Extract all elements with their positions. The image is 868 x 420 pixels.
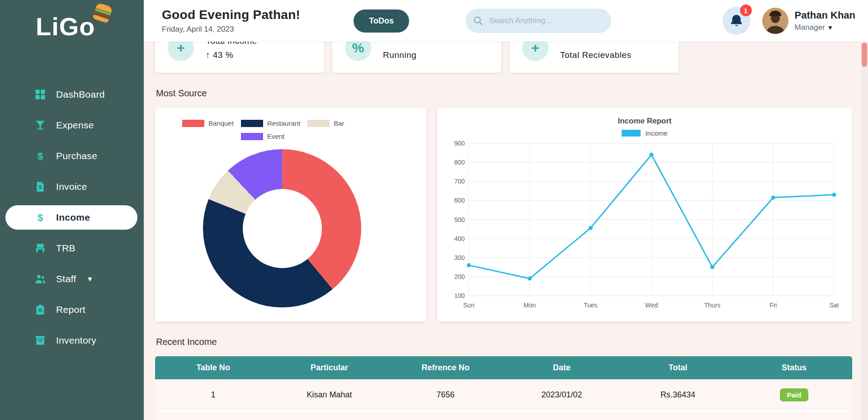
greeting-block: Good Evening Pathan! Friday, April 14, 2… — [162, 8, 300, 34]
sidebar: LiGo DashBoardExpense$Purchase$Invoice$I… — [0, 0, 144, 420]
svg-text:Wed: Wed — [645, 302, 658, 309]
search-icon — [473, 15, 484, 26]
svg-text:Mon: Mon — [524, 302, 536, 309]
income-table-body: 1Kisan Mahat76562023/01/02Rs.36434Paid1K… — [155, 379, 852, 420]
most-source-chart-card: BanquetRestaurantBarEvent — [155, 108, 426, 321]
sidebar-item-label: TRB — [56, 243, 75, 254]
stat-value: ↑ 43 % — [206, 50, 257, 60]
income-report-title: Income Report — [448, 117, 841, 126]
table-column-header: Particular — [271, 356, 387, 379]
burger-logo-icon — [92, 2, 113, 23]
income-icon: $ — [34, 212, 46, 223]
sidebar-item-label: DashBoard — [56, 89, 105, 100]
chevron-down-icon: ▾ — [88, 274, 92, 284]
income-legend-label: Income — [645, 129, 667, 137]
table-column-header: Table No — [155, 356, 271, 379]
table-row: 1Kisan Mahat76562023/01/02Rs.36434Paid — [155, 379, 852, 411]
sidebar-item-label: Expense — [56, 120, 94, 131]
current-date: Friday, April 14, 2023 — [162, 25, 300, 34]
main-content: +Total Income↑ 43 %%Running+Total Reciev… — [144, 42, 868, 420]
cell-date: 2023/01/02 — [504, 411, 620, 420]
sidebar-item-invoice[interactable]: $Invoice — [5, 175, 137, 199]
sidebar-item-label: Inventory — [56, 335, 96, 346]
purchase-icon: $ — [34, 150, 46, 162]
bell-icon — [729, 14, 744, 28]
brand-name: LiGo — [36, 12, 95, 41]
legend-swatch — [241, 120, 263, 127]
user-name: Pathan Khan — [795, 9, 855, 21]
svg-text:Fri: Fri — [769, 302, 777, 309]
table-column-header: Date — [504, 356, 620, 379]
sidebar-item-label: Invoice — [56, 181, 87, 192]
page-scrollbar — [861, 42, 868, 420]
sidebar-item-income[interactable]: $Income — [5, 205, 137, 230]
report-icon — [34, 304, 46, 316]
svg-text:Sun: Sun — [463, 302, 475, 309]
top-header: Good Evening Pathan! Friday, April 14, 2… — [144, 0, 868, 42]
income-report-chart-card: Income Report Income 1002003004005006007… — [437, 108, 852, 321]
cell-table-no: 1 — [155, 411, 271, 420]
sidebar-item-label: Purchase — [56, 151, 97, 161]
sidebar-item-dashboard[interactable]: DashBoard — [5, 82, 137, 107]
cell-total: Rs.36434 — [620, 379, 736, 411]
table-column-header: Total — [620, 356, 736, 379]
sidebar-item-inventory[interactable]: Inventory — [5, 328, 137, 353]
cell-status: Paid — [736, 379, 852, 411]
sidebar-item-staff[interactable]: Staff▾ — [5, 267, 137, 291]
sidebar-menu: DashBoardExpense$Purchase$Invoice$Income… — [0, 82, 144, 353]
cell-total: Rs.36434 — [620, 411, 736, 420]
legend-item-bar: Bar — [307, 119, 344, 127]
svg-text:500: 500 — [454, 216, 465, 223]
most-source-heading: Most Source — [156, 88, 853, 99]
cell-particular: Kisan Mahat — [271, 379, 387, 411]
scrollbar-thumb[interactable] — [862, 42, 867, 67]
svg-text:600: 600 — [454, 197, 465, 204]
todos-button[interactable]: ToDos — [354, 9, 409, 33]
sidebar-item-expense[interactable]: Expense — [5, 113, 137, 137]
cell-table-no: 1 — [155, 379, 271, 411]
svg-text:$: $ — [39, 184, 42, 190]
header-right-cluster: 1 Pathan Khan Manager ▼ — [722, 7, 855, 35]
svg-text:$: $ — [38, 212, 43, 223]
invoice-icon: $ — [34, 181, 46, 193]
user-profile-menu[interactable]: Pathan Khan Manager ▼ — [762, 8, 855, 34]
search-bar — [466, 9, 611, 33]
sidebar-item-purchase[interactable]: $Purchase — [5, 144, 137, 168]
notifications-button[interactable]: 1 — [722, 7, 750, 35]
sidebar-item-report[interactable]: Report — [5, 297, 137, 322]
income-legend-swatch — [622, 130, 641, 137]
cell-refrence-no: 7656 — [387, 379, 504, 411]
cell-particular: Kisan Mahat — [271, 411, 387, 420]
legend-item-restaurant: Restaurant — [241, 119, 300, 127]
legend-swatch — [241, 133, 263, 140]
svg-text:800: 800 — [454, 159, 465, 166]
charts-row: BanquetRestaurantBarEvent Income Report … — [155, 108, 853, 321]
app-root: LiGo DashBoardExpense$Purchase$Invoice$I… — [0, 0, 868, 420]
svg-text:700: 700 — [454, 178, 465, 185]
table-column-header: Refrence No — [387, 356, 504, 379]
stat-value: Total Recievables — [560, 50, 631, 60]
cell-status: Paid — [736, 411, 852, 420]
table-header-row: Table NoParticularRefrence NoDateTotalSt… — [155, 356, 852, 379]
svg-text:900: 900 — [454, 140, 465, 147]
income-line-chart: 100200300400500600700800900SunMonTuesWed… — [448, 137, 841, 311]
legend-item-event: Event — [241, 132, 300, 140]
donut-legend: BanquetRestaurantBarEvent — [182, 119, 426, 140]
recent-income-table-wrap: Table NoParticularRefrence NoDateTotalSt… — [155, 356, 853, 420]
svg-text:300: 300 — [454, 254, 465, 261]
recent-income-table: Table NoParticularRefrence NoDateTotalSt… — [155, 356, 852, 420]
sidebar-item-label: Staff — [56, 274, 76, 284]
sidebar-item-trb[interactable]: TRB — [5, 236, 137, 260]
donut-chart — [203, 149, 361, 307]
trb-icon — [34, 242, 46, 254]
svg-text:Thurs: Thurs — [704, 302, 721, 309]
chevron-down-icon: ▼ — [827, 24, 833, 31]
search-input[interactable] — [466, 9, 611, 33]
sidebar-item-label: Report — [56, 304, 85, 315]
table-row: 1Kisan Mahat76562023/01/02Rs.36434Paid — [155, 411, 852, 420]
svg-text:200: 200 — [454, 273, 465, 280]
status-badge: Paid — [780, 388, 809, 401]
recent-income-heading: Recent Income — [156, 337, 853, 347]
expense-icon — [34, 119, 46, 131]
cell-date: 2023/01/02 — [504, 379, 620, 411]
